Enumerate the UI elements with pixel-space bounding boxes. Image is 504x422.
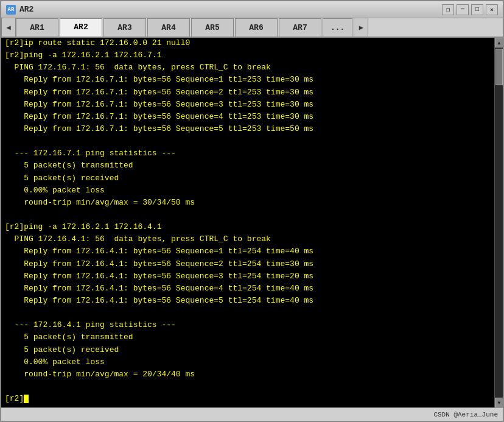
tab-ar6[interactable]: AR6: [235, 18, 278, 37]
scroll-up-button[interactable]: ▲: [495, 38, 503, 47]
app-icon: AR: [6, 5, 16, 15]
terminal-output[interactable]: [r2]ip route static 172.16.0.0 21 null0 …: [1, 38, 494, 407]
tab-ar1[interactable]: AR1: [16, 18, 58, 37]
tab-scroll-left[interactable]: ◀: [1, 18, 16, 37]
status-text: CSDN @Aeria_June: [433, 411, 498, 418]
tab-bar: ◀ AR1 AR2 AR3 AR4 AR5 AR6 AR7 ... ▶: [1, 18, 503, 38]
tab-scroll-right[interactable]: ▶: [354, 18, 368, 37]
minimize-button[interactable]: ─: [457, 4, 469, 15]
scroll-down-button[interactable]: ▼: [495, 398, 503, 407]
terminal-area: [r2]ip route static 172.16.0.0 21 null0 …: [1, 38, 503, 407]
restore-button[interactable]: ❐: [442, 4, 454, 15]
status-bar: CSDN @Aeria_June: [1, 407, 503, 421]
tab-more[interactable]: ...: [323, 18, 352, 37]
title-bar: AR AR2 ❐ ─ □ ✕: [1, 1, 503, 18]
main-window: AR AR2 ❐ ─ □ ✕ ◀ AR1 AR2 AR3 AR4 AR5 AR6…: [0, 0, 504, 422]
title-buttons: ❐ ─ □ ✕: [442, 4, 498, 15]
tab-ar4[interactable]: AR4: [147, 18, 190, 37]
tab-ar3[interactable]: AR3: [103, 18, 146, 37]
title-bar-left: AR AR2: [6, 5, 33, 15]
window-title: AR2: [19, 5, 33, 14]
scroll-thumb[interactable]: [495, 49, 503, 85]
maximize-button[interactable]: □: [471, 4, 483, 15]
scrollbar[interactable]: ▲ ▼: [494, 38, 503, 407]
scroll-track[interactable]: [495, 47, 503, 398]
tab-ar7[interactable]: AR7: [279, 18, 321, 37]
tab-ar5[interactable]: AR5: [191, 18, 234, 37]
close-button[interactable]: ✕: [486, 4, 498, 15]
tab-ar2[interactable]: AR2: [60, 18, 102, 37]
